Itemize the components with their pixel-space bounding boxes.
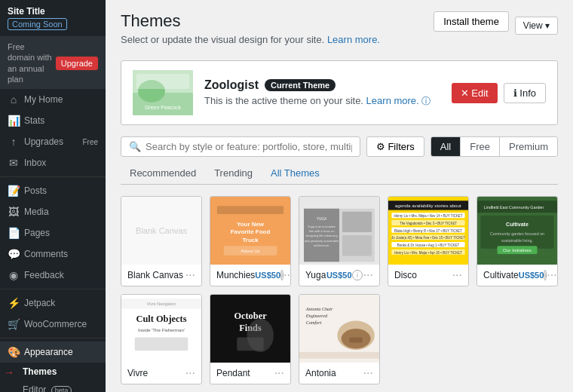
edit-theme-button[interactable]: ✕ Edit [452,83,498,103]
sidebar-item-label: Jetpack [24,298,55,308]
sidebar-item-label: Media [24,207,49,217]
sidebar-subitem-themes[interactable]: → Themes [0,363,106,381]
learn-more-link[interactable]: Learn more. [327,34,380,45]
theme-name: Pendant [216,368,250,378]
svg-text:Henry Liu • Mrs. Mejia • Apr 2: Henry Liu • Mrs. Mejia • Apr 20 • BUY TI… [394,251,462,255]
info-theme-button[interactable]: ℹ Info [504,83,546,103]
sidebar-item-label: Posts [24,185,47,196]
tab-free[interactable]: Free [461,137,500,156]
sidebar-item-upgrades[interactable]: ↑ Upgrades Free [0,131,106,152]
info-circle-icon: ⓘ [421,96,431,106]
current-theme-desc: This is the active theme on your site. L… [204,95,440,108]
current-theme-name: Zoologist [204,78,259,92]
sidebar-item-feedback[interactable]: ◉ Feedback [0,265,106,286]
svg-text:sustainable living.: sustainable living. [501,238,533,243]
sidebar-item-jetpack[interactable]: ⚡ Jetpack [0,292,106,314]
sidebar-item-label: My Home [24,94,63,105]
theme-footer: Pendant ··· [210,363,290,384]
svg-text:Engineered: Engineered [305,313,328,318]
current-theme-thumbnail: Green Peacock [133,70,193,115]
current-theme-badge: Current Theme [265,79,336,91]
upgrade-button[interactable]: Upgrade [56,57,98,70]
site-title-area: Site Title Coming Soon [0,0,106,37]
current-theme-learn-more[interactable]: Learn more. [366,95,419,106]
cultivate-preview: Lindfield East Community Garden Cultivat… [477,197,557,265]
theme-footer: Munchies US$50 i ··· [210,265,290,286]
view-button[interactable]: View ▾ [515,17,558,35]
blank-canvas-text: Blank Canvas [136,226,187,235]
themes-grid: Blank Canvas Blank Canvas ··· Your New F… [121,196,558,384]
inbox-icon: ✉ [8,157,20,169]
free-domain-box: Free domain with an annual plan Upgrade [0,37,106,89]
sidebar-item-inbox[interactable]: ✉ Inbox [0,152,106,173]
svg-text:Truck: Truck [242,237,259,243]
nav-divider-2 [0,289,106,289]
install-theme-button[interactable]: Install theme [434,11,509,32]
more-options-icon[interactable]: ··· [185,268,195,282]
sidebar-item-stats[interactable]: 📊 Stats [0,110,106,131]
theme-card-pendant[interactable]: October Finds Pendant ··· [210,294,291,384]
theme-card-yuga[interactable]: YUGA Yuga is an innovative firm with a f… [299,196,380,286]
filters-button[interactable]: ⚙ Filters [366,136,424,157]
free-tag: Free [82,138,98,146]
filter-tab-trending[interactable]: Trending [205,163,262,185]
theme-card-munchies[interactable]: Your New Favorite Food Truck About Us Mu… [210,196,291,286]
sidebar-item-label: Stats [24,115,44,126]
site-title: Site Title [8,6,98,17]
sidebar-item-label: Pages [24,228,50,238]
theme-price: US$50 [326,271,352,280]
sidebar-item-label: Upgrades [24,136,63,147]
more-options-icon[interactable]: ··· [452,268,462,282]
filter-tab-all-themes[interactable]: All Themes [262,163,329,185]
theme-card-vivre[interactable]: Vivre Navigation Cult Objects Inside 'Th… [121,294,202,384]
more-options-icon[interactable]: ··· [547,268,556,282]
svg-text:Books & Dr. House • Aug 1 • BU: Books & Dr. House • Aug 1 • BUY TICKET [397,243,460,247]
sidebar-subitem-editor[interactable]: Editor beta [0,381,106,392]
svg-text:About Us: About Us [241,248,259,253]
arrow-indicator: → [4,366,14,378]
beta-badge: beta [51,386,72,392]
theme-card-blank-canvas[interactable]: Blank Canvas Blank Canvas ··· [121,196,202,286]
sidebar-item-pages[interactable]: 📄 Pages [0,222,106,243]
more-options-icon[interactable]: ··· [363,366,373,380]
svg-text:Antonia Chair: Antonia Chair [305,306,333,311]
tab-all[interactable]: All [431,137,461,156]
svg-text:Green Peacock: Green Peacock [145,105,182,110]
more-options-icon[interactable]: ··· [283,268,291,282]
sidebar-item-my-home[interactable]: ⌂ My Home [0,89,106,110]
theme-footer: Disco ··· [388,265,468,286]
sidebar-item-appearance[interactable]: 🎨 Appearance [0,341,106,363]
svg-text:Jo Josie(a #2) • Mina Fee • De: Jo Josie(a #2) • Mina Fee • Dec 15 • BUY… [391,236,465,240]
editor-label: Editor [23,384,46,392]
sidebar-item-label: Feedback [24,270,64,280]
svg-text:Cultivate: Cultivate [506,222,529,227]
theme-price: US$50 [255,271,280,280]
svg-text:Comfort: Comfort [306,320,322,325]
svg-text:Our Initiatives: Our Initiatives [503,247,532,253]
coming-soon-badge: Coming Soon [8,18,67,30]
svg-text:YUGA: YUGA [317,217,327,221]
svg-text:Lindfield East Community Garde: Lindfield East Community Garden [484,205,544,210]
pages-icon: 📄 [8,227,20,239]
sidebar-item-posts[interactable]: 📝 Posts [0,180,106,201]
theme-card-antonia[interactable]: Antonia Chair Engineered Comfort Antonia… [299,294,380,384]
munchies-preview: Your New Favorite Food Truck About Us [210,197,290,265]
theme-footer: Cultivate US$50 i ··· [477,265,557,286]
sidebar-item-media[interactable]: 🖼 Media [0,201,106,222]
theme-card-disco[interactable]: agenda availability stories about Henry … [388,196,469,286]
more-options-icon[interactable]: ··· [185,366,195,380]
search-input[interactable] [146,141,352,152]
filter-tab-recommended[interactable]: Recommended [121,163,205,185]
theme-name: Yuga [305,270,326,280]
svg-text:Favorite Food: Favorite Food [231,228,271,235]
theme-info-icon[interactable]: i [352,270,363,280]
theme-card-cultivate[interactable]: Lindfield East Community Garden Cultivat… [476,196,558,286]
more-options-icon[interactable]: ··· [274,366,284,380]
more-options-icon[interactable]: ··· [363,268,373,282]
sidebar-item-woocommerce[interactable]: 🛒 WooCommerce [0,314,106,335]
tab-premium[interactable]: Premium [500,137,557,156]
sidebar-item-comments[interactable]: 💬 Comments [0,243,106,265]
media-icon: 🖼 [8,206,20,218]
themes-label: Themes [23,366,57,377]
theme-price: US$50 [519,271,544,280]
